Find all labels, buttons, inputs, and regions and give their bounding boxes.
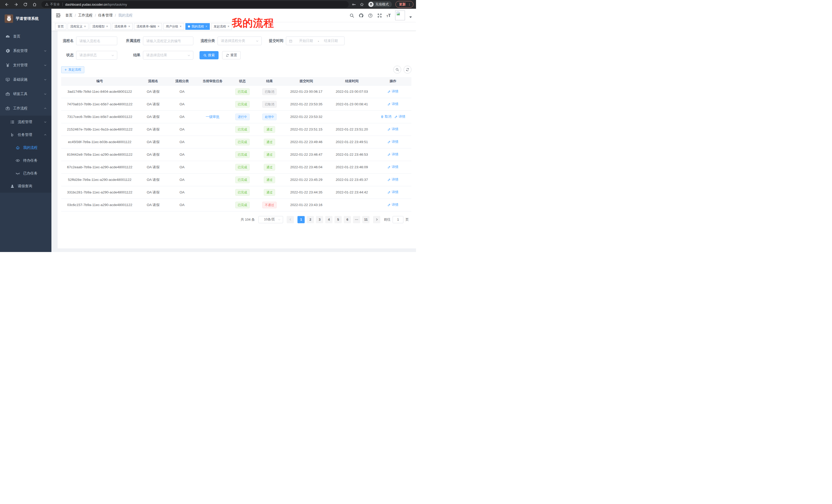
- font-size-icon[interactable]: TT: [386, 13, 391, 18]
- column-header-流程名: 流程名: [138, 77, 168, 85]
- search-icon[interactable]: [349, 13, 354, 18]
- page-button-1[interactable]: 1: [297, 216, 305, 223]
- result-select[interactable]: 请选择流结果: [143, 51, 193, 60]
- process-name-input[interactable]: [76, 36, 117, 45]
- 详情-action-link[interactable]: 详情: [387, 202, 398, 207]
- tab-我的流程[interactable]: 我的流程×: [185, 23, 210, 30]
- 详情-action-link[interactable]: 详情: [387, 127, 398, 132]
- sidebar-item-系统管理[interactable]: 系统管理: [0, 44, 51, 58]
- avatar[interactable]: [395, 10, 405, 20]
- category-select[interactable]: 请选择流程分类: [217, 36, 262, 45]
- breadcrumb-task-mgmt[interactable]: 任务管理: [98, 13, 113, 18]
- next-page-button[interactable]: [373, 216, 380, 223]
- 详情-action-link[interactable]: 详情: [387, 102, 398, 106]
- reset-button[interactable]: 重置: [222, 51, 241, 59]
- forward-icon[interactable]: [14, 2, 18, 7]
- bookmark-star-icon[interactable]: [360, 2, 364, 7]
- cell-id: 819442e8-7b9a-11ec-a290-acde48001122: [61, 148, 138, 161]
- 详情-action-link[interactable]: 详情: [387, 190, 398, 194]
- tab-流程定义[interactable]: 流程定义×: [68, 23, 88, 30]
- cell-end-time: 2022-01-22 23:51:20: [329, 123, 374, 136]
- update-button[interactable]: 更新: [395, 1, 413, 8]
- status-select[interactable]: 请选择状态: [76, 51, 117, 60]
- cell-actions: 详情: [374, 161, 411, 173]
- reload-icon[interactable]: [23, 2, 27, 7]
- action-label: 详情: [392, 139, 398, 144]
- sidebar-item-研发工具[interactable]: 研发工具: [0, 87, 51, 101]
- breadcrumb-home[interactable]: 首页: [65, 13, 73, 18]
- column-header-流程分类: 流程分类: [168, 77, 196, 85]
- sidebar-item-我的流程[interactable]: 我的流程: [0, 141, 51, 154]
- current-task-link[interactable]: 一级审批: [206, 115, 219, 119]
- sidebar-item-基础设施[interactable]: 基础设施: [0, 73, 51, 87]
- close-icon[interactable]: ×: [84, 25, 86, 28]
- content: 流程名 所属流程 流程分类 请选择流程分类: [51, 31, 416, 252]
- close-icon[interactable]: ×: [128, 25, 130, 28]
- refresh-table-button[interactable]: [404, 66, 411, 74]
- page-size-select[interactable]: 10条/页: [258, 216, 283, 223]
- close-icon[interactable]: ×: [228, 25, 229, 28]
- sidebar-item-任务管理[interactable]: 任务管理: [0, 129, 51, 141]
- search-button[interactable]: 搜索: [200, 51, 218, 59]
- sidebar-item-已办任务[interactable]: 已办任务: [0, 167, 51, 180]
- 详情-action-link[interactable]: 详情: [387, 139, 398, 144]
- screen: 不安全 dashboard.yudao.iocoder.cn/bpm/task/…: [0, 0, 416, 252]
- 详情-action-link[interactable]: 详情: [387, 152, 398, 157]
- close-icon[interactable]: ×: [180, 25, 182, 28]
- table-row: 7317cec6-7b9b-11ec-b5b7-acde48001122OA 请…: [61, 110, 411, 123]
- 详情-action-link[interactable]: 详情: [387, 177, 398, 182]
- tab-流程表单-编辑[interactable]: 流程表单-编辑×: [134, 23, 162, 30]
- cell-category: OA: [168, 110, 196, 123]
- close-icon[interactable]: ×: [205, 25, 207, 28]
- cell-submit-time: 2022-01-22 23:53:35: [284, 98, 329, 110]
- breadcrumb-separator: /: [75, 13, 76, 18]
- page-button-6[interactable]: 6: [344, 216, 351, 223]
- sidebar-item-工作流程[interactable]: 工作流程: [0, 101, 51, 116]
- cell-actions: 详情: [374, 85, 411, 98]
- page-button-4[interactable]: 4: [325, 216, 333, 223]
- tab-用户分组[interactable]: 用户分组×: [163, 23, 184, 30]
- back-icon[interactable]: [5, 2, 9, 7]
- page-button-11[interactable]: 11: [362, 216, 369, 223]
- key-icon[interactable]: [352, 2, 356, 7]
- action-label: 详情: [392, 190, 398, 194]
- sidebar-item-流程管理[interactable]: 流程管理: [0, 116, 51, 129]
- show-search-button[interactable]: [393, 66, 401, 74]
- breadcrumb-workflow[interactable]: 工作流程: [78, 13, 93, 18]
- avatar-dropdown-caret-icon[interactable]: [409, 17, 412, 18]
- action-label: 详情: [392, 127, 398, 132]
- 详情-action-link[interactable]: 详情: [394, 114, 405, 119]
- more-pages-button[interactable]: ···: [353, 216, 360, 223]
- tab-发起流程[interactable]: 发起流程×: [211, 23, 232, 30]
- more-vert-icon[interactable]: [408, 3, 411, 6]
- help-icon[interactable]: [368, 13, 373, 18]
- fullscreen-icon[interactable]: [377, 13, 382, 18]
- tab-首页[interactable]: 首页: [55, 23, 66, 30]
- github-icon[interactable]: [359, 13, 364, 18]
- 详情-action-link[interactable]: 详情: [387, 165, 398, 169]
- date-separator: -: [318, 39, 319, 43]
- 取消-action-link[interactable]: 取消: [381, 114, 391, 119]
- tab-流程模型[interactable]: 流程模型×: [90, 23, 110, 30]
- close-icon[interactable]: ×: [158, 25, 159, 28]
- sidebar-fold-icon[interactable]: [55, 13, 61, 18]
- page-button-5[interactable]: 5: [335, 216, 342, 223]
- address-bar[interactable]: 不安全 dashboard.yudao.iocoder.cn/bpm/task/…: [42, 1, 349, 8]
- date-range-picker[interactable]: 开始日期 - 结束日期: [286, 36, 344, 45]
- sidebar-item-待办任务[interactable]: 待办任务: [0, 154, 51, 167]
- sidebar-item-支付管理[interactable]: 支付管理: [0, 58, 51, 73]
- process-def-input[interactable]: [143, 36, 193, 45]
- page-button-2[interactable]: 2: [307, 216, 314, 223]
- 详情-action-link[interactable]: 详情: [387, 89, 398, 94]
- sidebar-item-请假查询[interactable]: 请假查询: [0, 180, 51, 193]
- prev-page-button[interactable]: [287, 216, 294, 223]
- tab-流程表单[interactable]: 流程表单×: [112, 23, 133, 30]
- sidebar-item-首页[interactable]: 首页: [0, 29, 51, 44]
- goto-page-input[interactable]: [393, 216, 404, 223]
- search-icon: [203, 54, 207, 57]
- create-process-button[interactable]: 发起流程: [61, 66, 84, 73]
- security-label[interactable]: 不安全: [50, 2, 60, 7]
- close-icon[interactable]: ×: [106, 25, 108, 28]
- page-button-3[interactable]: 3: [316, 216, 323, 223]
- home-icon[interactable]: [32, 2, 37, 7]
